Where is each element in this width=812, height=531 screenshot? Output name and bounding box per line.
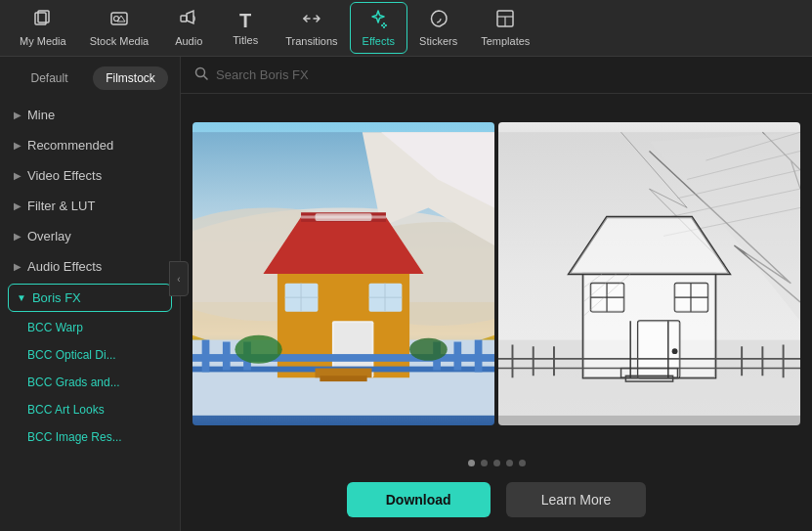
sidebar: Default Filmstock ▶ Mine ▶ Recommended ▶… (0, 57, 181, 531)
tab-default[interactable]: Default (12, 66, 87, 90)
nav-stock-media-label: Stock Media (90, 35, 150, 47)
stickers-icon (429, 9, 449, 31)
chevron-left-icon: ‹ (177, 274, 180, 285)
content-area: Download Learn More (181, 57, 812, 531)
transitions-icon (301, 9, 322, 31)
sidebar-item-mine-label: Mine (27, 108, 55, 122)
my-media-icon (33, 9, 53, 31)
search-icon (194, 66, 208, 83)
templates-icon (495, 9, 515, 31)
nav-audio-label: Audio (175, 35, 202, 47)
sidebar-sub-item-bcc-optical-di[interactable]: BCC Optical Di... (0, 341, 180, 369)
svg-rect-4 (181, 16, 187, 22)
preview-right-image (498, 122, 800, 425)
sidebar-tabs: Default Filmstock (0, 57, 180, 100)
sidebar-sub-item-bcc-warp[interactable]: BCC Warp (0, 314, 180, 341)
svg-line-9 (204, 76, 208, 80)
download-button[interactable]: Download (347, 482, 491, 517)
nav-transitions-label: Transitions (285, 35, 337, 47)
preview-area (181, 94, 812, 454)
sidebar-item-boris-fx[interactable]: ▼ Boris FX (8, 284, 172, 312)
dot-1[interactable] (468, 460, 475, 466)
chevron-right-icon: ▶ (14, 140, 21, 151)
nav-titles[interactable]: T Titles (217, 5, 274, 52)
dot-5[interactable] (519, 460, 526, 466)
pagination-dots (181, 454, 812, 472)
sidebar-item-overlay-label: Overlay (27, 229, 71, 243)
chevron-right-icon: ▶ (14, 110, 21, 120)
sidebar-item-recommended-label: Recommended (27, 138, 113, 153)
top-nav: My Media Stock Media Audio T Titles (0, 0, 812, 57)
sidebar-item-mine[interactable]: ▶ Mine (0, 100, 180, 130)
audio-icon (179, 9, 198, 31)
learn-more-button[interactable]: Learn More (506, 482, 647, 517)
sidebar-collapse-button[interactable]: ‹ (169, 261, 189, 296)
svg-rect-32 (453, 342, 461, 371)
sidebar-sub-item-bcc-grads-and[interactable]: BCC Grads and... (0, 369, 180, 396)
nav-stock-media[interactable]: Stock Media (78, 3, 161, 53)
nav-stickers[interactable]: Stickers (407, 3, 469, 53)
svg-point-34 (235, 335, 281, 364)
nav-effects[interactable]: Effects (350, 2, 407, 54)
sidebar-item-audio-effects-label: Audio Effects (27, 259, 102, 274)
chevron-right-icon: ▶ (14, 170, 21, 181)
svg-rect-37 (320, 376, 366, 381)
sidebar-item-video-effects[interactable]: ▶ Video Effects (0, 160, 180, 191)
sidebar-sub-item-bcc-image-res[interactable]: BCC Image Res... (0, 423, 180, 451)
nav-my-media-label: My Media (20, 35, 66, 47)
dot-4[interactable] (506, 460, 513, 466)
effects-icon (368, 9, 388, 31)
sidebar-item-boris-fx-label: Boris FX (32, 290, 81, 305)
stock-media-icon (109, 9, 129, 31)
preview-images (192, 122, 800, 425)
sidebar-item-audio-effects[interactable]: ▶ Audio Effects (0, 251, 180, 282)
preview-left-image (192, 122, 494, 425)
nav-stickers-label: Stickers (419, 35, 457, 47)
search-bar (181, 57, 812, 94)
chevron-down-icon: ▼ (17, 292, 26, 303)
nav-templates-label: Templates (481, 35, 530, 47)
sidebar-item-recommended[interactable]: ▶ Recommended (0, 130, 180, 160)
nav-titles-label: Titles (233, 34, 258, 46)
svg-point-47 (672, 348, 678, 354)
tab-filmstock[interactable]: Filmstock (93, 66, 168, 90)
bottom-actions: Download Learn More (181, 472, 812, 531)
chevron-right-icon: ▶ (14, 231, 21, 242)
svg-rect-28 (202, 340, 210, 373)
dot-3[interactable] (493, 460, 500, 466)
chevron-right-icon: ▶ (14, 200, 21, 211)
sidebar-item-filter-lut[interactable]: ▶ Filter & LUT (0, 191, 180, 221)
titles-icon: T (239, 11, 251, 30)
svg-point-35 (409, 338, 448, 361)
nav-effects-label: Effects (363, 35, 395, 47)
nav-audio[interactable]: Audio (160, 3, 217, 53)
sidebar-item-video-effects-label: Video Effects (27, 168, 102, 183)
main-layout: Default Filmstock ▶ Mine ▶ Recommended ▶… (0, 57, 812, 531)
search-input[interactable] (216, 67, 798, 82)
sidebar-item-filter-lut-label: Filter & LUT (27, 199, 95, 213)
sidebar-item-overlay[interactable]: ▶ Overlay (0, 221, 180, 251)
svg-rect-33 (475, 340, 483, 373)
nav-transitions[interactable]: Transitions (274, 3, 349, 53)
sidebar-sub-item-bcc-art-looks[interactable]: BCC Art Looks (0, 396, 180, 423)
chevron-right-icon: ▶ (14, 261, 21, 272)
nav-templates[interactable]: Templates (469, 3, 541, 53)
svg-rect-29 (223, 342, 231, 371)
nav-my-media[interactable]: My Media (8, 3, 78, 53)
svg-rect-38 (316, 213, 372, 221)
dot-2[interactable] (481, 460, 488, 466)
